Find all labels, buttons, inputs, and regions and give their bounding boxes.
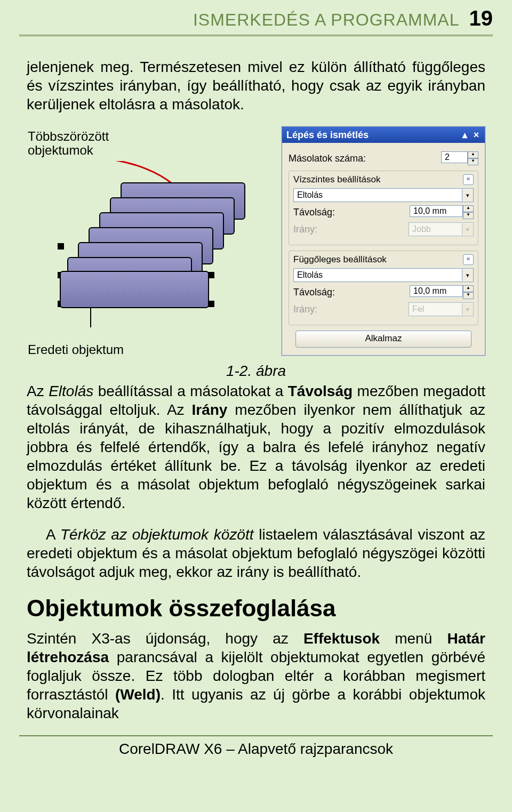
page-number: 19 (469, 6, 493, 30)
docker-title: Lépés és ismétlés (286, 130, 369, 141)
v-distance-spinner[interactable]: ▲ ▼ (410, 285, 474, 299)
copies-input[interactable] (441, 151, 468, 163)
paragraph-1: jelenjenek meg. Természetesen mivel ez k… (27, 58, 485, 114)
paragraph-4: Szintén X3-as újdonság, hogy az Effektus… (27, 629, 485, 722)
v-direction-label: Irány: (293, 304, 409, 315)
paragraph-3: A Térköz az objektumok között listaelem … (27, 525, 485, 581)
figure-caption: 1-2. ábra (27, 363, 485, 380)
chevron-down-icon: ▾ (462, 303, 473, 315)
header-divider (19, 35, 493, 36)
chevron-down-icon[interactable]: ▼ (463, 212, 474, 219)
copies-spinner[interactable]: ▲ ▼ (441, 151, 478, 165)
chevron-down-icon: ▾ (462, 223, 473, 235)
chevron-up-icon[interactable]: ▲ (463, 285, 474, 292)
group-title-vertical: Függőleges beállítások (293, 254, 387, 265)
heading-objects-summary: Objektumok összefoglalása (27, 595, 485, 622)
vertical-settings-group: Függőleges beállítások « Eltolás ▾ Távol… (289, 251, 478, 325)
v-direction-dropdown: Fel ▾ (409, 302, 474, 316)
close-icon[interactable]: × (472, 130, 481, 141)
section-title: ISMERKEDÉS A PROGRAMMAL (193, 10, 460, 30)
v-distance-label: Távolság: (293, 287, 410, 298)
collapse-group-icon[interactable]: « (463, 254, 474, 265)
v-distance-input[interactable] (410, 285, 463, 297)
v-mode-dropdown[interactable]: Eltolás ▾ (293, 268, 474, 282)
chevron-up-icon[interactable]: ▲ (463, 205, 474, 212)
footer-divider (19, 735, 493, 736)
group-title-horizontal: Vízszintes beállítások (293, 174, 380, 185)
step-repeat-docker: Lépés és ismétlés ▴ × Másolatok száma: ▲ (282, 126, 485, 356)
h-distance-input[interactable] (410, 205, 463, 217)
illustration-duplicates: Többszörözött objektumok (27, 126, 272, 357)
figure-1-2: Többszörözött objektumok (27, 126, 485, 357)
collapse-icon[interactable]: ▴ (461, 129, 469, 141)
callout-duplicates: Többszörözött objektumok (28, 130, 272, 158)
chevron-up-icon[interactable]: ▲ (468, 151, 478, 158)
horizontal-settings-group: Vízszintes beállítások « Eltolás ▾ Távol… (289, 171, 478, 245)
h-distance-spinner[interactable]: ▲ ▼ (410, 205, 474, 219)
paragraph-2: Az Eltolás beállítással a másolatokat a … (27, 382, 485, 512)
chevron-down-icon[interactable]: ▼ (463, 292, 474, 299)
callout-original: Eredeti objektum (28, 342, 272, 357)
h-direction-label: Irány: (293, 224, 409, 235)
collapse-group-icon[interactable]: « (463, 174, 474, 185)
apply-button[interactable]: Alkalmaz (295, 331, 471, 348)
copies-label: Másolatok száma: (289, 153, 441, 164)
docker-titlebar: Lépés és ismétlés ▴ × (282, 127, 485, 143)
h-mode-dropdown[interactable]: Eltolás ▾ (293, 188, 474, 202)
chevron-down-icon[interactable]: ▼ (468, 158, 478, 165)
chevron-down-icon[interactable]: ▾ (462, 189, 473, 201)
h-distance-label: Távolság: (293, 207, 410, 218)
footer-text: CorelDRAW X6 – Alapvető rajzparancsok (0, 738, 512, 764)
h-direction-dropdown: Jobb ▾ (409, 222, 474, 236)
chevron-down-icon[interactable]: ▾ (462, 269, 473, 281)
